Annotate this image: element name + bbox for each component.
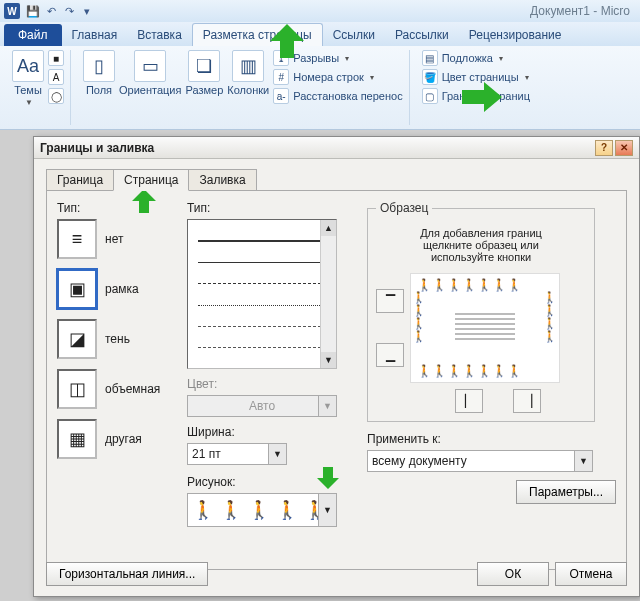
word-icon: W bbox=[4, 3, 20, 19]
columns-icon: ▥ bbox=[232, 50, 264, 82]
qat-dropdown-icon[interactable]: ▾ bbox=[80, 4, 94, 18]
annotation-arrow-icon bbox=[462, 82, 502, 112]
options-button[interactable]: Параметры... bbox=[516, 480, 616, 504]
art-glyph-icon: 🚶 bbox=[276, 499, 298, 521]
tab-file[interactable]: Файл bbox=[4, 24, 62, 46]
type-none-label: нет bbox=[105, 232, 123, 246]
hyphenation-icon: a- bbox=[273, 88, 289, 104]
themes-label: Темы bbox=[14, 84, 42, 96]
undo-icon[interactable]: ↶ bbox=[44, 4, 58, 18]
document-title: Документ1 - Micro bbox=[530, 4, 630, 18]
svg-marker-3 bbox=[317, 467, 339, 489]
themes-button[interactable]: Aa Темы ▼ bbox=[12, 50, 44, 107]
theme-effects-icon[interactable]: ◯ bbox=[48, 88, 64, 104]
size-label: Размер bbox=[185, 84, 223, 96]
columns-button[interactable]: ▥ Колонки bbox=[227, 50, 269, 96]
margins-button[interactable]: ▯ Поля bbox=[83, 50, 115, 96]
art-combo[interactable]: 🚶 🚶 🚶 🚶 🚶 ▼ bbox=[187, 493, 337, 527]
art-glyph-icon: 🚶 bbox=[220, 499, 242, 521]
line-style-list[interactable]: ▲ ▼ bbox=[187, 219, 337, 369]
cancel-button[interactable]: Отмена bbox=[555, 562, 627, 586]
type-custom-label: другая bbox=[105, 432, 142, 446]
hyphenation-label: Расстановка перенос bbox=[293, 90, 402, 102]
annotation-arrow-icon bbox=[132, 189, 156, 216]
line-numbers-button[interactable]: #Номера строк▾ bbox=[273, 69, 402, 85]
margins-icon: ▯ bbox=[83, 50, 115, 82]
ribbon: Aa Темы ▼ ■ A ◯ ▯ Поля ▭ Ориентация ❏ Ра… bbox=[0, 46, 640, 130]
preview-fieldset: Образец Для добавления границ щелкните о… bbox=[367, 201, 595, 422]
chevron-down-icon: ▼ bbox=[318, 396, 336, 416]
ok-button[interactable]: ОК bbox=[477, 562, 549, 586]
theme-fonts-icon[interactable]: A bbox=[48, 69, 64, 85]
chevron-down-icon: ▼ bbox=[318, 494, 336, 526]
type-3d-icon: ◫ bbox=[57, 369, 97, 409]
borders-shading-dialog: Границы и заливка ? ✕ Граница Страница З… bbox=[33, 136, 640, 597]
size-icon: ❏ bbox=[188, 50, 220, 82]
redo-icon[interactable]: ↷ bbox=[62, 4, 76, 18]
tab-review[interactable]: Рецензирование bbox=[459, 24, 572, 46]
apply-to-label: Применить к: bbox=[367, 432, 616, 446]
apply-to-value: всему документу bbox=[372, 454, 467, 468]
type-box-icon: ▣ bbox=[57, 269, 97, 309]
dialog-title: Границы и заливка bbox=[40, 141, 154, 155]
line-numbers-label: Номера строк bbox=[293, 71, 364, 83]
type-shadow[interactable]: ◪тень bbox=[57, 319, 177, 359]
preview-bottom-border-button[interactable]: ▁ bbox=[376, 343, 404, 367]
orientation-icon: ▭ bbox=[134, 50, 166, 82]
apply-to-combo[interactable]: всему документу ▼ bbox=[367, 450, 593, 472]
hyphenation-button[interactable]: a-Расстановка перенос bbox=[273, 88, 402, 104]
art-glyph-icon: 🚶 bbox=[248, 499, 270, 521]
page-color-icon: 🪣 bbox=[422, 69, 438, 85]
close-button[interactable]: ✕ bbox=[615, 140, 633, 156]
tab-home[interactable]: Главная bbox=[62, 24, 128, 46]
color-combo[interactable]: Авто ▼ bbox=[187, 395, 337, 417]
dialog-titlebar[interactable]: Границы и заливка ? ✕ bbox=[34, 137, 639, 159]
save-icon[interactable]: 💾 bbox=[26, 4, 40, 18]
type-3d[interactable]: ◫объемная bbox=[57, 369, 177, 409]
tab-mailings[interactable]: Рассылки bbox=[385, 24, 459, 46]
theme-colors-icon[interactable]: ■ bbox=[48, 50, 64, 66]
tab-references[interactable]: Ссылки bbox=[323, 24, 385, 46]
horizontal-line-button[interactable]: Горизонтальная линия... bbox=[46, 562, 208, 586]
watermark-button[interactable]: ▤Подложка▾ bbox=[422, 50, 530, 66]
preview-left-border-button[interactable]: ▏ bbox=[455, 389, 483, 413]
chevron-down-icon: ▼ bbox=[268, 444, 286, 464]
app-titlebar: W 💾 ↶ ↷ ▾ Документ1 - Micro bbox=[0, 0, 640, 22]
scrollbar[interactable]: ▲ ▼ bbox=[320, 220, 336, 368]
dialog-footer: Горизонтальная линия... ОК Отмена bbox=[46, 562, 627, 586]
type-custom[interactable]: ▦другая bbox=[57, 419, 177, 459]
type-custom-icon: ▦ bbox=[57, 419, 97, 459]
tab-insert[interactable]: Вставка bbox=[127, 24, 192, 46]
scroll-down-icon[interactable]: ▼ bbox=[321, 352, 336, 368]
type-none[interactable]: ≡нет bbox=[57, 219, 177, 259]
svg-marker-0 bbox=[270, 24, 304, 58]
width-combo[interactable]: 21 пт ▼ bbox=[187, 443, 287, 465]
dialog-tab-fill[interactable]: Заливка bbox=[188, 169, 256, 191]
line-numbers-icon: # bbox=[273, 69, 289, 85]
orientation-button[interactable]: ▭ Ориентация bbox=[119, 50, 181, 96]
page-borders-icon: ▢ bbox=[422, 88, 438, 104]
dialog-tab-border[interactable]: Граница bbox=[46, 169, 114, 191]
color-value: Авто bbox=[249, 399, 275, 413]
dialog-tab-page[interactable]: Страница bbox=[113, 169, 189, 191]
themes-icon: Aa bbox=[12, 50, 44, 82]
columns-label: Колонки bbox=[227, 84, 269, 96]
width-label: Ширина: bbox=[187, 425, 357, 439]
type-box[interactable]: ▣рамка bbox=[57, 269, 177, 309]
preview-legend: Образец bbox=[376, 201, 432, 215]
size-button[interactable]: ❏ Размер bbox=[185, 50, 223, 96]
chevron-down-icon: ▼ bbox=[574, 451, 592, 471]
style-label: Тип: bbox=[187, 201, 357, 215]
preview-top-border-button[interactable]: ▔ bbox=[376, 289, 404, 313]
preview-right-border-button[interactable]: ▕ bbox=[513, 389, 541, 413]
help-button[interactable]: ? bbox=[595, 140, 613, 156]
svg-marker-2 bbox=[132, 189, 156, 213]
type-shadow-icon: ◪ bbox=[57, 319, 97, 359]
width-value: 21 пт bbox=[192, 447, 221, 461]
dialog-tabs: Граница Страница Заливка bbox=[46, 169, 627, 191]
type-label: Тип: bbox=[57, 201, 177, 215]
scroll-up-icon[interactable]: ▲ bbox=[321, 220, 336, 236]
ribbon-tabs: Файл Главная Вставка Разметка страницы С… bbox=[0, 22, 640, 46]
watermark-label: Подложка bbox=[442, 52, 493, 64]
preview-page[interactable]: 🚶🚶🚶🚶🚶🚶🚶 🚶🚶🚶🚶🚶🚶🚶 🚶🚶🚶🚶 🚶🚶🚶🚶 bbox=[410, 273, 560, 383]
